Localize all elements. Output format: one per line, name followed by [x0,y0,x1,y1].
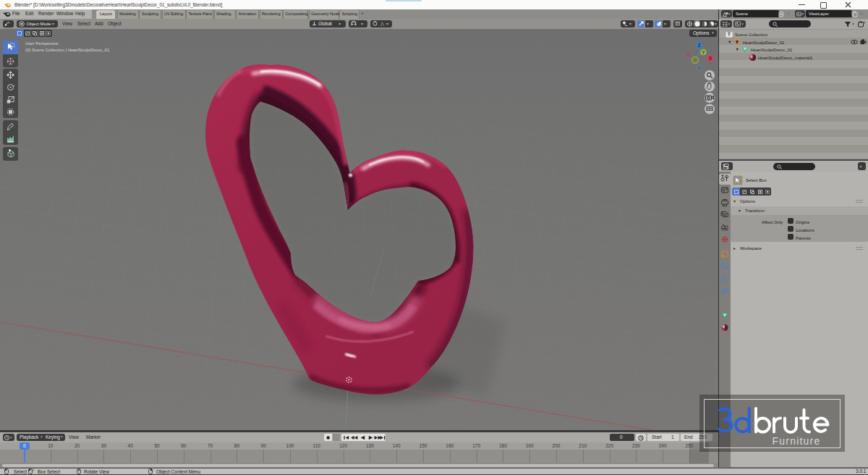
svg-text:X: X [709,56,712,61]
svg-text:Y: Y [702,50,705,55]
svg-text:Furniture: Furniture [773,435,821,447]
svg-text:Z: Z [698,43,702,48]
